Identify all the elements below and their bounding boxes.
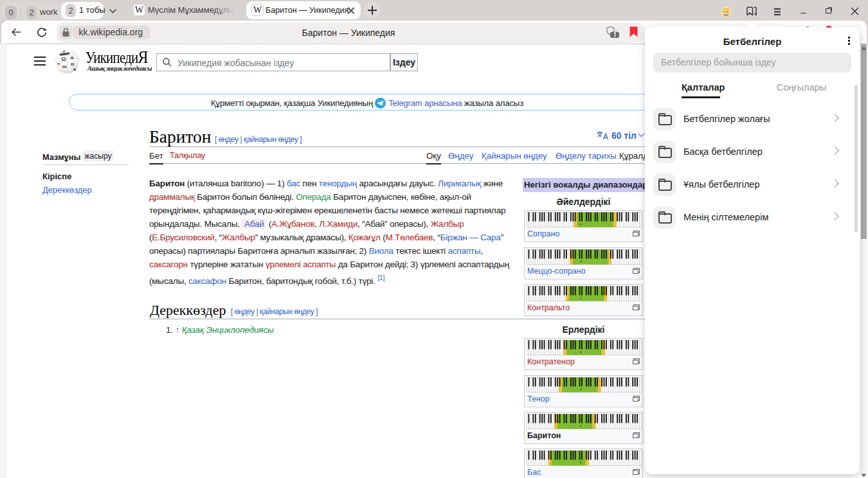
svg-text:W: W — [57, 62, 60, 66]
svg-text:Ж: Ж — [70, 56, 74, 60]
svg-text:ค: ค — [73, 67, 76, 71]
svg-text:И: И — [71, 62, 75, 67]
svg-text:Ш: Ш — [62, 65, 67, 69]
svg-text:Ω: Ω — [62, 57, 66, 62]
